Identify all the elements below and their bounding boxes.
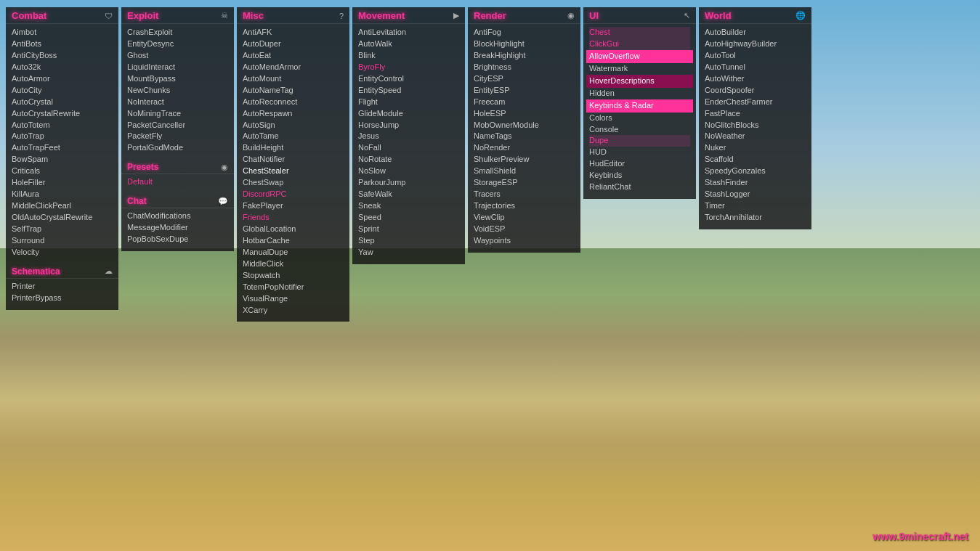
list-item[interactable]: NoSlow (358, 166, 459, 177)
list-item[interactable]: ChestSwap (243, 177, 344, 189)
list-item[interactable]: NoWeather (705, 131, 806, 142)
list-item[interactable]: BlockHighlight (474, 38, 575, 50)
list-item[interactable]: AutoTotem (12, 120, 113, 131)
list-item[interactable]: Surround (12, 235, 113, 247)
list-item[interactable]: VisualRange (243, 293, 344, 305)
list-item[interactable]: Console (589, 124, 690, 136)
list-item[interactable]: Printer (12, 281, 113, 293)
list-item[interactable]: BreakHighlight (474, 50, 575, 62)
list-item[interactable]: AutoWither (705, 73, 806, 85)
list-item[interactable]: AntiFog (474, 27, 575, 38)
list-item[interactable]: AutoCrystal (12, 97, 113, 108)
list-item[interactable]: HudEditor (589, 158, 690, 170)
list-item[interactable]: PrinterBypass (12, 293, 113, 304)
list-item[interactable]: EnderChestFarmer (705, 97, 806, 108)
list-item[interactable]: HUD (589, 147, 690, 158)
list-item[interactable]: Chest (589, 27, 690, 38)
list-item[interactable]: Scaffold (705, 154, 806, 166)
list-item[interactable]: NoGlitchBlocks (705, 120, 806, 131)
list-item[interactable]: GlideModule (358, 108, 459, 120)
list-item[interactable]: AutoArmor (12, 73, 113, 85)
list-item[interactable]: AntiBots (12, 38, 113, 50)
list-item[interactable]: PacketFly (127, 131, 228, 142)
list-item[interactable]: Speed (358, 212, 459, 224)
list-item[interactable]: Hidden (589, 88, 690, 99)
list-item[interactable]: ByroFly (358, 62, 459, 73)
list-item[interactable]: Velocity (12, 247, 113, 258)
list-item[interactable]: Jesus (358, 131, 459, 142)
list-item[interactable]: XCarry (243, 305, 344, 317)
list-item[interactable]: AutoMendArmor (243, 62, 344, 73)
list-item[interactable]: Default (127, 176, 228, 188)
list-item[interactable]: FastPlace (705, 108, 806, 120)
list-item[interactable]: TorchAnnihilator (705, 212, 806, 224)
list-item[interactable]: NoRotate (358, 154, 459, 166)
list-item[interactable]: Stopwatch (243, 270, 344, 282)
list-item[interactable]: EntitySpeed (358, 85, 459, 97)
list-item[interactable]: Trajectories (474, 200, 575, 212)
list-item[interactable]: EntityControl (358, 73, 459, 85)
list-item[interactable]: ChatNotifier (243, 154, 344, 166)
list-item[interactable]: AutoNameTag (243, 85, 344, 97)
list-item[interactable]: Step (358, 235, 459, 247)
list-item[interactable]: PortalGodMode (127, 142, 228, 154)
list-item[interactable]: AutoSign (243, 120, 344, 131)
list-item[interactable]: Yaw (358, 247, 459, 258)
list-item[interactable]: ClickGui (589, 38, 690, 50)
list-item[interactable]: Timer (705, 200, 806, 212)
list-item[interactable]: Dupe (589, 135, 690, 147)
list-item[interactable]: SmallShield (474, 166, 575, 177)
list-item[interactable]: Waypoints (474, 235, 575, 247)
list-item[interactable]: StashLogger (705, 189, 806, 200)
list-item[interactable]: OldAutoCrystalRewrite (12, 212, 113, 224)
list-item[interactable]: MobOwnerModule (474, 120, 575, 131)
list-item[interactable]: Auto32k (12, 62, 113, 73)
list-item[interactable]: AutoTool (705, 50, 806, 62)
list-item[interactable]: StashFinder (705, 177, 806, 189)
list-item[interactable]: NewChunks (127, 85, 228, 97)
list-item[interactable]: ShulkerPreview (474, 154, 575, 166)
list-item[interactable]: FakePlayer (243, 200, 344, 212)
list-item[interactable]: NameTags (474, 131, 575, 142)
list-item[interactable]: AntiLevitation (358, 27, 459, 38)
list-item[interactable]: SpeedyGonzales (705, 166, 806, 177)
list-item[interactable]: GlobalLocation (243, 224, 344, 235)
list-item[interactable]: HoverDescriptions (586, 75, 693, 88)
list-item[interactable]: MiddleClickPearl (12, 200, 113, 212)
list-item[interactable]: KillAura (12, 189, 113, 200)
list-item[interactable]: NoFall (358, 142, 459, 154)
list-item[interactable]: AutoDuper (243, 38, 344, 50)
list-item[interactable]: Friends (243, 212, 344, 224)
list-item[interactable]: ManualDupe (243, 247, 344, 258)
list-item[interactable]: AutoBuilder (705, 27, 806, 38)
list-item[interactable]: MiddleClick (243, 258, 344, 270)
list-item[interactable]: AutoTame (243, 131, 344, 142)
list-item[interactable]: AutoRespawn (243, 108, 344, 120)
list-item[interactable]: MountBypass (127, 73, 228, 85)
list-item[interactable]: ViewClip (474, 212, 575, 224)
list-item[interactable]: Freecam (474, 97, 575, 108)
list-item[interactable]: AutoWalk (358, 38, 459, 50)
list-item[interactable]: AllowOverflow (586, 50, 693, 63)
list-item[interactable]: AutoEat (243, 50, 344, 62)
list-item[interactable]: CoordSpoofer (705, 85, 806, 97)
list-item[interactable]: Blink (358, 50, 459, 62)
list-item[interactable]: HoleESP (474, 108, 575, 120)
list-item[interactable]: CrashExploit (127, 27, 228, 38)
list-item[interactable]: ParkourJump (358, 177, 459, 189)
list-item[interactable]: BuildHeight (243, 142, 344, 154)
list-item[interactable]: Colors (589, 113, 690, 124)
list-item[interactable]: AutoTrap (12, 131, 113, 142)
list-item[interactable]: AutoHighwayBuilder (705, 38, 806, 50)
list-item[interactable]: AutoMount (243, 73, 344, 85)
list-item[interactable]: Nuker (705, 142, 806, 154)
list-item[interactable]: BowSpam (12, 154, 113, 166)
list-item[interactable]: Tracers (474, 189, 575, 200)
list-item[interactable]: SafeWalk (358, 189, 459, 200)
list-item[interactable]: AutoTrapFeet (12, 142, 113, 154)
list-item[interactable]: EntityESP (474, 85, 575, 97)
list-item[interactable]: NoMiningTrace (127, 108, 228, 120)
list-item[interactable]: PopBobSexDupe (127, 234, 228, 245)
list-item[interactable]: Aimbot (12, 27, 113, 38)
list-item[interactable]: TotemPopNotifier (243, 282, 344, 293)
